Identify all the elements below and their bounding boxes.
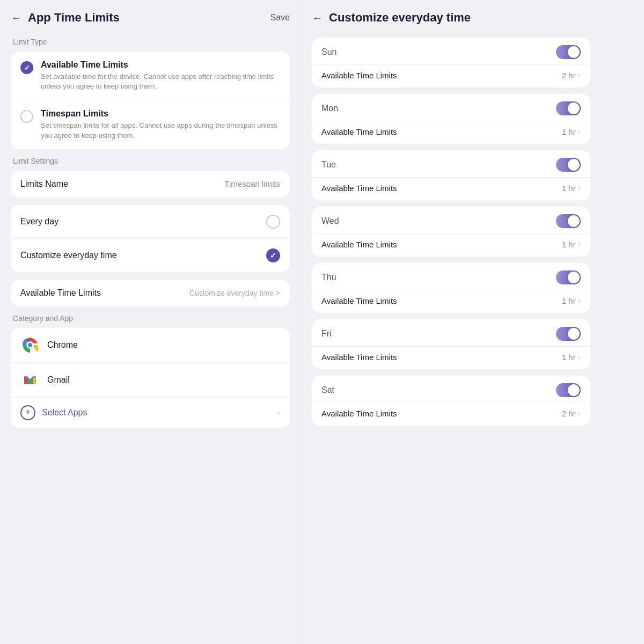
available-desc: Set available time for the device. Canno…: [41, 72, 280, 91]
days-container: Sun Available Time Limits 2 hr › Mon Ava…: [312, 38, 590, 426]
day-header-fri: Fri: [312, 319, 590, 346]
customize-everyday-toggle[interactable]: [266, 248, 280, 262]
day-name-sat: Sat: [321, 385, 334, 395]
select-apps-chevron: ›: [277, 408, 280, 418]
category-label: Category and App: [11, 314, 290, 323]
available-title: Available Time Limits: [41, 60, 280, 70]
day-limit-label-wed: Available Time Limits: [321, 240, 397, 249]
left-panel: ← App Time Limits Save Limit Type Availa…: [0, 0, 301, 644]
day-limit-row-fri[interactable]: Available Time Limits 1 hr ›: [312, 346, 590, 369]
day-limit-row-wed[interactable]: Available Time Limits 1 hr ›: [312, 233, 590, 257]
right-header: ← Customize everyday time: [312, 11, 590, 25]
chrome-row: Chrome: [11, 328, 290, 362]
left-header: ← App Time Limits Save: [11, 11, 290, 25]
day-name-wed: Wed: [321, 216, 339, 226]
right-title: Customize everyday time: [329, 11, 590, 25]
day-limit-row-tue[interactable]: Available Time Limits 1 hr ›: [312, 177, 590, 200]
day-card-mon: Mon Available Time Limits 1 hr ›: [312, 94, 590, 144]
timespan-desc: Set timespan limits for all apps. Cannot…: [41, 121, 280, 140]
day-name-fri: Fri: [321, 329, 332, 339]
limits-name-value: Timespan limits: [224, 179, 280, 188]
gmail-icon: [20, 370, 40, 390]
day-limit-label-tue: Available Time Limits: [321, 184, 397, 193]
day-limit-row-mon[interactable]: Available Time Limits 1 hr ›: [312, 121, 590, 144]
day-card-sat: Sat Available Time Limits 2 hr ›: [312, 376, 590, 426]
day-toggle-thu[interactable]: [556, 270, 581, 284]
limits-name-field-label: Limits Name: [20, 179, 68, 189]
chrome-app-name: Chrome: [47, 340, 78, 350]
customize-everyday-row[interactable]: Customize everyday time: [11, 238, 290, 272]
day-header-wed: Wed: [312, 207, 590, 233]
day-limit-row-sun[interactable]: Available Time Limits 2 hr ›: [312, 64, 590, 87]
left-title: App Time Limits: [28, 11, 270, 25]
day-toggle-tue[interactable]: [556, 158, 581, 172]
day-limit-row-sat[interactable]: Available Time Limits 2 hr ›: [312, 402, 590, 426]
day-limit-value-sat: 2 hr ›: [562, 408, 581, 418]
day-limit-value-tue: 1 hr ›: [562, 183, 581, 193]
svg-point-2: [28, 343, 32, 347]
day-name-sun: Sun: [321, 47, 336, 57]
limits-name-card: Limits Name Timespan limits: [11, 171, 290, 197]
day-limit-label-sat: Available Time Limits: [321, 409, 397, 418]
every-day-label: Every day: [20, 217, 58, 226]
day-limit-label-sun: Available Time Limits: [321, 71, 397, 80]
day-limit-row-thu[interactable]: Available Time Limits 1 hr ›: [312, 290, 590, 313]
day-header-thu: Thu: [312, 263, 590, 290]
day-name-thu: Thu: [321, 273, 336, 282]
plus-icon: +: [20, 405, 35, 420]
day-toggle-wed[interactable]: [556, 214, 581, 228]
day-card-thu: Thu Available Time Limits 1 hr ›: [312, 263, 590, 313]
available-time-option[interactable]: Available Time Limits Set available time…: [11, 52, 290, 100]
day-header-tue: Tue: [312, 150, 590, 177]
day-card-sun: Sun Available Time Limits 2 hr ›: [312, 38, 590, 87]
back-arrow-right[interactable]: ←: [312, 12, 323, 24]
timespan-radio[interactable]: [20, 110, 33, 123]
limit-settings-label: Limit Settings: [11, 157, 290, 165]
customize-everyday-label: Customize everyday time: [20, 251, 117, 260]
day-card-tue: Tue Available Time Limits 1 hr ›: [312, 150, 590, 200]
available-radio[interactable]: [20, 61, 33, 74]
day-limit-value-fri: 1 hr ›: [562, 352, 581, 362]
day-card-wed: Wed Available Time Limits 1 hr ›: [312, 207, 590, 257]
day-limit-label-thu: Available Time Limits: [321, 296, 397, 305]
day-toggle-mon[interactable]: [556, 101, 581, 115]
gmail-app-name: Gmail: [47, 375, 70, 385]
schedule-card: Every day Customize everyday time: [11, 205, 290, 272]
back-arrow-left[interactable]: ←: [11, 12, 21, 24]
limit-type-label: Limit Type: [11, 38, 290, 46]
select-apps-row[interactable]: + Select Apps ›: [11, 397, 290, 428]
day-toggle-sun[interactable]: [556, 45, 581, 59]
day-card-fri: Fri Available Time Limits 1 hr ›: [312, 319, 590, 369]
limit-type-card: Available Time Limits Set available time…: [11, 52, 290, 149]
every-day-row[interactable]: Every day: [11, 205, 290, 238]
timespan-title: Timespan Limits: [41, 109, 280, 119]
available-time-link-row[interactable]: Available Time Limits Customize everyday…: [11, 280, 290, 306]
day-header-sun: Sun: [312, 38, 590, 64]
day-toggle-sat[interactable]: [556, 383, 581, 397]
day-toggle-fri[interactable]: [556, 327, 581, 341]
limits-name-row: Limits Name Timespan limits: [11, 171, 290, 197]
right-panel: ← Customize everyday time Sun Available …: [301, 0, 601, 644]
gmail-row: Gmail: [11, 362, 290, 397]
day-limit-value-thu: 1 hr ›: [562, 296, 581, 305]
day-limit-value-wed: 1 hr ›: [562, 239, 581, 249]
save-button[interactable]: Save: [270, 13, 290, 23]
day-limit-value-mon: 1 hr ›: [562, 127, 581, 136]
available-time-link-label: Available Time Limits: [20, 288, 101, 298]
day-limit-label-fri: Available Time Limits: [321, 353, 397, 362]
day-limit-value-sun: 2 hr ›: [562, 70, 581, 80]
select-apps-label: Select Apps: [42, 408, 271, 418]
day-name-mon: Mon: [321, 104, 338, 113]
available-time-link-value: Customize everyday time >: [189, 289, 280, 297]
day-header-mon: Mon: [312, 94, 590, 121]
day-header-sat: Sat: [312, 376, 590, 402]
day-limit-label-mon: Available Time Limits: [321, 127, 397, 136]
apps-card: Chrome: [11, 328, 290, 428]
timespan-option[interactable]: Timespan Limits Set timespan limits for …: [11, 100, 290, 149]
day-name-tue: Tue: [321, 160, 336, 170]
chrome-icon: [20, 335, 40, 355]
every-day-toggle[interactable]: [266, 215, 280, 229]
